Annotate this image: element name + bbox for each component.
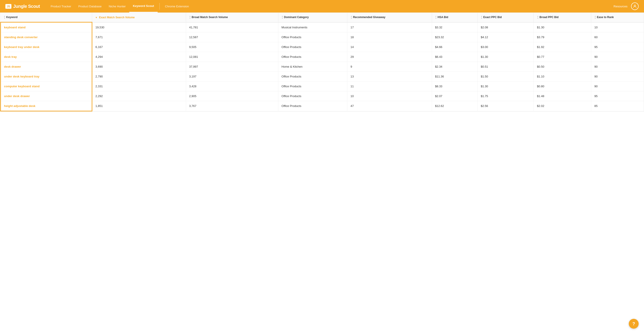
- col-header-recommended-giveaway[interactable]: ▲ ▼ Recommended Giveaway: [347, 13, 432, 22]
- keyword-table: ▲ ▼ Keyword ▼ Exact Match Search Volume …: [0, 13, 644, 111]
- nav-right: Resources: [614, 2, 639, 10]
- keyword-cell[interactable]: under desk drawer: [1, 91, 92, 101]
- table-row: under desk keyboard tray 2,790 3,197 Off…: [1, 72, 644, 81]
- sort-icon-keyword: ▲ ▼: [4, 15, 6, 19]
- nav-niche-hunter[interactable]: Niche Hunter: [105, 0, 129, 12]
- ease-to-rank-cell: 95: [591, 42, 644, 52]
- keyword-cell[interactable]: keyboard stand: [1, 22, 92, 32]
- sort-icon-hsa: ▲ ▼: [435, 15, 437, 19]
- dominant-cat-cell: Office Products: [278, 101, 347, 111]
- svg-point-0: [634, 5, 636, 6]
- col-header-ease-to-rank[interactable]: ▲ ▼ Ease to Rank: [591, 13, 644, 22]
- hsa-bid-cell: $11.36: [432, 72, 478, 81]
- broad-match-cell: 3,197: [186, 72, 278, 81]
- ease-to-rank-cell: 90: [591, 72, 644, 81]
- nav-chrome-extension[interactable]: Chrome Extension: [162, 0, 192, 12]
- table-row: computer keyboard stand 2,331 3,428 Offi…: [1, 81, 644, 91]
- exact-ppc-bid-cell: $3.00: [478, 42, 534, 52]
- table-body: keyboard stand 19,530 41,781 Musical Ins…: [1, 22, 644, 111]
- broad-match-cell: 3,428: [186, 81, 278, 91]
- nav-product-tracker[interactable]: Product Tracker: [47, 0, 75, 12]
- table-row: desk drawer 3,690 37,997 Home & Kitchen …: [1, 62, 644, 72]
- exact-ppc-bid-cell: $1.30: [478, 81, 534, 91]
- broad-match-cell: 9,505: [186, 42, 278, 52]
- exact-ppc-bid-cell: $1.75: [478, 91, 534, 101]
- broad-ppc-bid-cell: $1.92: [534, 42, 591, 52]
- keyword-cell[interactable]: desk tray: [1, 52, 92, 62]
- keyword-cell[interactable]: under desk keyboard tray: [1, 72, 92, 81]
- broad-match-cell: 41,781: [186, 22, 278, 32]
- hsa-bid-cell: $12.62: [432, 101, 478, 111]
- keyword-cell[interactable]: computer keyboard stand: [1, 81, 92, 91]
- ease-to-rank-cell: 90: [591, 62, 644, 72]
- broad-match-cell: 12,587: [186, 32, 278, 42]
- broad-match-cell: 2,905: [186, 91, 278, 101]
- broad-ppc-bid-cell: $0.80: [534, 81, 591, 91]
- nav-resources-link[interactable]: Resources: [614, 5, 628, 8]
- sort-icon-dom: ▲ ▼: [282, 15, 283, 19]
- col-header-dominant-cat[interactable]: ▲ ▼ Dominant Category: [278, 13, 347, 22]
- hsa-bid-cell: $4.66: [432, 42, 478, 52]
- hsa-bid-cell: $8.33: [432, 81, 478, 91]
- rec-giveaway-cell: 14: [347, 42, 432, 52]
- hsa-bid-cell: $2.34: [432, 62, 478, 72]
- navbar: JS Jungle Scout Product Tracker Product …: [0, 0, 644, 12]
- rec-giveaway-cell: 29: [347, 52, 432, 62]
- nav-keyword-scout[interactable]: Keyword Scout: [129, 0, 158, 12]
- col-header-hsa-bid[interactable]: ▲ ▼ HSA Bid: [432, 13, 478, 22]
- table-row: keyboard tray under desk 6,167 9,505 Off…: [1, 42, 644, 52]
- broad-match-cell: 3,767: [186, 101, 278, 111]
- col-header-exact-match[interactable]: ▼ Exact Match Search Volume: [92, 13, 186, 22]
- sort-icon-etr: ▲ ▼: [594, 15, 596, 19]
- ease-to-rank-cell: 95: [591, 91, 644, 101]
- exact-match-cell: 2,331: [92, 81, 186, 91]
- table-row: desk tray 4,294 12,081 Office Products 2…: [1, 52, 644, 62]
- broad-ppc-bid-cell: $2.02: [534, 101, 591, 111]
- broad-ppc-bid-cell: $1.30: [534, 22, 591, 32]
- table-row: under desk drawer 2,292 2,905 Office Pro…: [1, 91, 644, 101]
- rec-giveaway-cell: 9: [347, 62, 432, 72]
- col-header-exact-ppc-bid[interactable]: ▲ ▼ Exact PPC Bid: [478, 13, 534, 22]
- table-header-row: ▲ ▼ Keyword ▼ Exact Match Search Volume …: [1, 13, 644, 22]
- main-table-wrapper: ▲ ▼ Keyword ▼ Exact Match Search Volume …: [0, 12, 644, 112]
- exact-match-cell: 7,671: [92, 32, 186, 42]
- ease-to-rank-cell: 60: [591, 32, 644, 42]
- ease-to-rank-cell: 10: [591, 22, 644, 32]
- keyword-cell[interactable]: standing desk converter: [1, 32, 92, 42]
- broad-match-cell: 12,081: [186, 52, 278, 62]
- avatar[interactable]: [631, 2, 639, 10]
- broad-ppc-bid-cell: $0.77: [534, 52, 591, 62]
- nav-links: Product Tracker Product Database Niche H…: [47, 0, 613, 12]
- nav-divider: [160, 3, 160, 9]
- col-header-broad-match[interactable]: ▲ ▼ Broad Match Search Volume: [186, 13, 278, 22]
- exact-match-cell: 2,790: [92, 72, 186, 81]
- exact-ppc-bid-cell: $2.56: [478, 101, 534, 111]
- rec-giveaway-cell: 47: [347, 101, 432, 111]
- exact-match-cell: 19,530: [92, 22, 186, 32]
- logo-text: Jungle Scout: [13, 4, 40, 9]
- exact-ppc-bid-cell: $0.51: [478, 62, 534, 72]
- logo-badge: JS: [5, 4, 12, 9]
- col-header-broad-ppc-bid[interactable]: ▲ ▼ Broad PPC Bid: [534, 13, 591, 22]
- dominant-cat-cell: Office Products: [278, 32, 347, 42]
- keyword-cell[interactable]: keyboard tray under desk: [1, 42, 92, 52]
- dominant-cat-cell: Office Products: [278, 72, 347, 81]
- hsa-bid-cell: $3.32: [432, 22, 478, 32]
- col-header-keyword[interactable]: ▲ ▼ Keyword: [1, 13, 92, 22]
- exact-ppc-bid-cell: $1.30: [478, 52, 534, 62]
- keyword-cell[interactable]: desk drawer: [1, 62, 92, 72]
- exact-match-cell: 4,294: [92, 52, 186, 62]
- broad-ppc-bid-cell: $3.79: [534, 32, 591, 42]
- table-row: keyboard stand 19,530 41,781 Musical Ins…: [1, 22, 644, 32]
- hsa-bid-cell: $6.43: [432, 52, 478, 62]
- exact-match-cell: 1,851: [92, 101, 186, 111]
- keyword-cell[interactable]: height adjustable desk: [1, 101, 92, 111]
- hsa-bid-cell: $2.07: [432, 91, 478, 101]
- dominant-cat-cell: Office Products: [278, 81, 347, 91]
- ease-to-rank-cell: 90: [591, 52, 644, 62]
- nav-product-database[interactable]: Product Database: [75, 0, 105, 12]
- exact-match-cell: 2,292: [92, 91, 186, 101]
- broad-ppc-bid-cell: $0.50: [534, 62, 591, 72]
- dominant-cat-cell: Home & Kitchen: [278, 62, 347, 72]
- logo[interactable]: JS Jungle Scout: [5, 4, 40, 9]
